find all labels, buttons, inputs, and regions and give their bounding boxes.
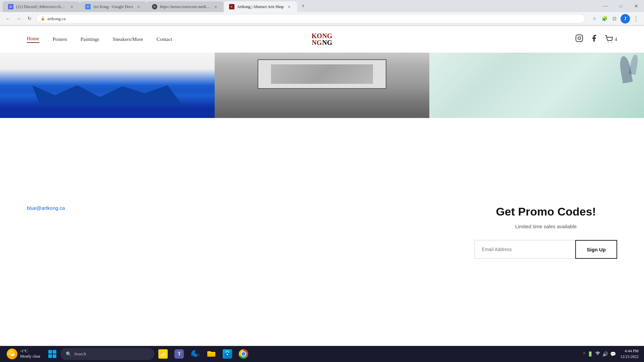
new-tab-button[interactable]: + (299, 1, 308, 11)
promo-subtitle: Limited time sales available (475, 224, 617, 229)
bookmark-star-icon[interactable]: ☆ (590, 15, 598, 23)
discord-favicon: D (8, 4, 13, 9)
maximize-button[interactable]: □ (613, 0, 629, 12)
url-input[interactable]: 🔒 artkong.ca (36, 14, 585, 23)
gallery-item-3 (429, 53, 644, 118)
docs-favicon: W (85, 4, 91, 9)
tab-discord-title: (21) Discord | #directors-chat | C... (16, 4, 66, 9)
cart-count: 4 (615, 37, 618, 42)
website-content: Home Posters Paintings Sneakers/More Con… (0, 26, 644, 279)
taskbar-app-ms-store[interactable] (220, 347, 235, 361)
nexus-favicon: N (152, 4, 157, 9)
refresh-button[interactable]: ↻ (25, 15, 34, 23)
back-button[interactable]: ← (4, 15, 12, 23)
teams-icon: T (174, 349, 184, 359)
weather-widget[interactable]: 🌤 -1°C Mostly clear (3, 349, 44, 359)
windows-logo (48, 350, 56, 358)
system-tray: ^ 🔋 🔊 💬 4:44 PM 12/21/2022 (580, 348, 641, 360)
svg-point-4 (611, 42, 612, 43)
taskbar-search-icon: 🔍 (66, 351, 71, 357)
tabs-bar: D (21) Discord | #directors-chat | C... … (0, 0, 644, 12)
tab-nexus[interactable]: N https://nexus.overscore.media/a... ✕ (147, 1, 224, 12)
weather-info: -1°C Mostly clear (20, 349, 40, 359)
system-clock[interactable]: 4:44 PM 12/21/2022 (619, 348, 639, 360)
extensions-icon[interactable]: 🧩 (600, 15, 608, 23)
tray-icons: ^ 🔋 🔊 💬 (583, 351, 616, 357)
taskbar-search-bar[interactable]: 🔍 Search (60, 348, 154, 360)
taskbar-app-file-explorer[interactable]: 📁 (156, 347, 170, 361)
gallery-item-2 (215, 53, 429, 118)
promo-section: Get Promo Codes! Limited time sales avai… (475, 205, 617, 259)
contact-email-link[interactable]: blue@artkong.ca (27, 205, 65, 211)
profile-avatar[interactable]: J (621, 14, 630, 23)
tab-nexus-close[interactable]: ✕ (213, 4, 218, 9)
tab-docs-title: Art Kong - Google Docs (93, 4, 133, 9)
instagram-icon[interactable] (575, 34, 583, 44)
logo-bottom-left: NG (312, 39, 322, 46)
folder-icon (207, 349, 216, 359)
site-nav: Home Posters Paintings Sneakers/More Con… (27, 36, 172, 43)
taskbar-app-chrome[interactable] (236, 347, 251, 361)
tab-docs-close[interactable]: ✕ (136, 4, 141, 9)
artkong-favicon: K (229, 4, 234, 9)
gallery-image-light (429, 53, 644, 118)
lock-icon: 🔒 (41, 16, 45, 21)
clock-time: 4:44 PM (619, 348, 639, 354)
footer-section: blue@artkong.ca Get Promo Codes! Limited… (0, 185, 644, 279)
logo-bottom-right: NG (322, 39, 332, 46)
forward-button[interactable]: → (15, 15, 23, 23)
gallery-item-1 (0, 53, 215, 118)
site-logo[interactable]: KO NG NG NG (312, 33, 332, 46)
toolbar-icons: ☆ 🧩 ⊡ J ⋮ (590, 14, 640, 23)
header-icons: 4 (575, 34, 618, 44)
tab-discord-close[interactable]: ✕ (69, 4, 74, 9)
nav-paintings[interactable]: Paintings (80, 37, 99, 42)
svg-rect-6 (227, 354, 228, 355)
svg-point-1 (578, 37, 581, 40)
nav-sneakers[interactable]: Sneakers/More (113, 37, 143, 42)
promo-title: Get Promo Codes! (475, 205, 617, 218)
nav-posters[interactable]: Posters (53, 37, 67, 42)
address-bar: ← → ↻ 🔒 artkong.ca ☆ 🧩 ⊡ J ⋮ (0, 12, 644, 25)
tray-battery-icon: 🔋 (587, 351, 593, 357)
tab-docs[interactable]: W Art Kong - Google Docs ✕ (80, 1, 147, 12)
tray-notification-icon[interactable]: 💬 (610, 351, 616, 357)
svg-rect-0 (576, 35, 583, 42)
svg-point-2 (581, 36, 581, 37)
close-button[interactable]: ✕ (629, 0, 644, 12)
facebook-icon[interactable] (590, 34, 598, 44)
tray-wifi-icon[interactable] (595, 351, 600, 357)
nav-home[interactable]: Home (27, 36, 39, 43)
cart-icon[interactable]: 4 (605, 35, 618, 43)
gallery-image-bw (215, 53, 429, 118)
tab-discord[interactable]: D (21) Discord | #directors-chat | C... … (3, 1, 80, 12)
chrome-icon (239, 349, 248, 359)
url-text: artkong.ca (47, 16, 66, 21)
profile-split-icon[interactable]: ⊡ (610, 15, 619, 23)
promo-form: Sign Up (475, 240, 617, 259)
logo-top-left: KO (312, 33, 322, 39)
browser-menu-button[interactable]: ⋮ (632, 15, 640, 23)
taskbar: 🌤 -1°C Mostly clear 🔍 Search 📁 T (0, 346, 644, 362)
start-button[interactable] (46, 347, 59, 361)
tray-volume-icon[interactable]: 🔊 (602, 351, 608, 357)
main-content-area (0, 118, 644, 185)
gallery-section (0, 53, 644, 118)
weather-icon: 🌤 (7, 349, 17, 359)
tab-artkong[interactable]: K Artkong | Abstract Arts Shop ✕ (224, 1, 297, 12)
minimize-button[interactable]: — (598, 0, 613, 12)
email-address-input[interactable] (475, 240, 575, 259)
logo-top-right: NG (322, 33, 332, 39)
tab-nexus-title: https://nexus.overscore.media/a... (160, 4, 210, 9)
tab-artkong-close[interactable]: ✕ (286, 4, 292, 9)
nav-contact[interactable]: Contact (157, 37, 172, 42)
tray-chevron-icon[interactable]: ^ (583, 351, 585, 357)
gallery-image-blue (0, 53, 215, 118)
taskbar-app-edge[interactable] (188, 347, 203, 361)
weather-temp: -1°C (20, 349, 40, 354)
taskbar-app-teams[interactable]: T (172, 347, 186, 361)
taskbar-app-folder[interactable] (204, 347, 219, 361)
edge-icon (191, 349, 200, 359)
signup-button[interactable]: Sign Up (575, 240, 617, 259)
weather-condition: Mostly clear (20, 354, 40, 359)
